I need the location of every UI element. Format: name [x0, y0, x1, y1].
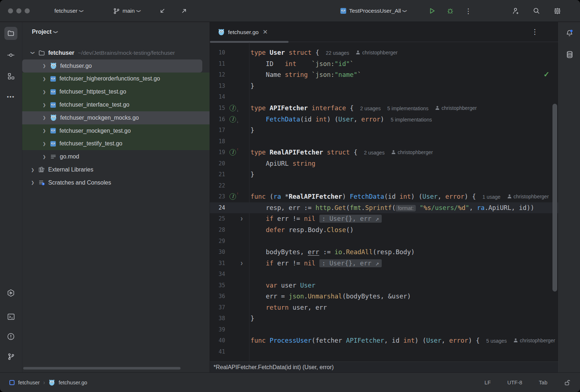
- vcs-branch-widget[interactable]: main ❯: [113, 0, 140, 22]
- gutter[interactable]: [225, 58, 249, 70]
- breadcrumb-file[interactable]: fetchuser.go: [59, 380, 87, 385]
- code-line-14[interactable]: 14: [210, 91, 558, 103]
- gutter[interactable]: [225, 125, 249, 136]
- project-tool-button[interactable]: [4, 27, 17, 40]
- minimize-button[interactable]: [16, 8, 21, 13]
- code-line-12[interactable]: 12 Name string `json:"name"`: [210, 69, 558, 81]
- gutter[interactable]: [225, 235, 249, 247]
- code-line-10[interactable]: 10type User struct {22 usageschristophbe…: [210, 47, 558, 58]
- tree-root-fetchuser[interactable]: ❯fetchuser~/dev/JetBrains/mock-testing/f…: [22, 46, 210, 59]
- project-widget[interactable]: fetchuser ❯: [54, 0, 83, 22]
- usages-inlay[interactable]: 22 usages: [326, 50, 349, 56]
- code-line-36[interactable]: 36 err = json.Unmarshal(bodyBytes, &user…: [210, 291, 558, 302]
- gutter[interactable]: ❯: [225, 213, 249, 224]
- database-tool-button[interactable]: [563, 48, 576, 61]
- gutter[interactable]: [225, 180, 249, 191]
- code-line-37[interactable]: 37 return user, err: [210, 302, 558, 313]
- tab-options-button[interactable]: ⋮: [531, 28, 538, 36]
- usages-inlay[interactable]: 1 usage: [482, 194, 501, 200]
- author-inlay[interactable]: christophberger: [356, 50, 397, 55]
- close-button[interactable]: [8, 8, 13, 13]
- implements-marker-icon[interactable]: I↑: [229, 193, 236, 200]
- tree-item-go.mod[interactable]: ❯go.mod: [22, 150, 210, 163]
- breadcrumb-project[interactable]: fetchuser: [18, 380, 40, 385]
- gutter[interactable]: [225, 313, 249, 324]
- code-line-35[interactable]: 35 var user User: [210, 280, 558, 291]
- vcs-tool-button[interactable]: [4, 350, 17, 363]
- gutter[interactable]: [225, 136, 249, 147]
- code-line-28[interactable]: 28 defer resp.Body.Close(): [210, 224, 558, 236]
- services-tool-button[interactable]: [4, 286, 17, 300]
- code-editor[interactable]: 10type User struct {22 usageschristophbe…: [210, 42, 558, 362]
- author-inlay[interactable]: christophberger: [391, 149, 433, 155]
- gutter[interactable]: [225, 269, 249, 280]
- usages-inlay[interactable]: 5 implementations: [387, 106, 428, 111]
- indent-widget[interactable]: Tab: [539, 380, 547, 385]
- gutter[interactable]: [225, 169, 249, 180]
- gutter[interactable]: [225, 158, 249, 169]
- code-line-16[interactable]: 16I↓ FetchData(id int) (User, error)5 im…: [210, 114, 558, 125]
- tree-item-fetchuser_httptest_test.go[interactable]: ❯fetchuser_httptest_test.go: [22, 85, 210, 98]
- implements-marker-icon[interactable]: I↑: [229, 149, 236, 156]
- code-line-22[interactable]: 22: [210, 180, 558, 191]
- structure-tool-button[interactable]: [4, 70, 17, 83]
- code-line-20[interactable]: 20 ApiURL string: [210, 158, 558, 169]
- code-line-38[interactable]: 38}: [210, 313, 558, 324]
- editor-vscrollbar[interactable]: [552, 104, 557, 292]
- code-line-25[interactable]: 25❯ if err != nil : User{}, err ↗: [210, 213, 558, 224]
- terminal-tool-button[interactable]: [4, 310, 17, 323]
- encoding-widget[interactable]: UTF-8: [508, 380, 522, 385]
- code-line-17[interactable]: 17}: [210, 125, 558, 136]
- gutter[interactable]: [225, 280, 249, 291]
- gutter[interactable]: [225, 47, 249, 58]
- code-line-23[interactable]: 23I↑func (ra *RealAPIFetcher) FetchData(…: [210, 191, 558, 202]
- gutter[interactable]: [225, 247, 249, 258]
- code-line-15[interactable]: 15I↓type APIFetcher interface {2 usages5…: [210, 103, 558, 114]
- gutter[interactable]: I↑: [225, 147, 249, 158]
- gutter[interactable]: [225, 335, 249, 346]
- code-line-13[interactable]: 13}: [210, 81, 558, 92]
- tree-item-fetchuser_testify_test.go[interactable]: ❯fetchuser_testify_test.go: [22, 137, 210, 150]
- project-panel-hscrollbar[interactable]: [23, 367, 181, 370]
- usages-inlay[interactable]: 5 usages: [486, 338, 507, 344]
- gutter[interactable]: [225, 91, 249, 103]
- code-line-24[interactable]: 24 resp, err := http.Get(fmt.Sprintf(for…: [210, 202, 558, 214]
- gutter[interactable]: [225, 224, 249, 236]
- author-inlay[interactable]: christophberger: [435, 105, 477, 111]
- code-line-21[interactable]: 21}: [210, 169, 558, 180]
- code-line-19[interactable]: 19I↑type RealAPIFetcher struct {2 usages…: [210, 147, 558, 158]
- more-tool-windows-button[interactable]: •••: [4, 90, 17, 103]
- code-line-39[interactable]: 39: [210, 324, 558, 335]
- author-inlay[interactable]: christophberger: [507, 194, 549, 199]
- gutter[interactable]: [225, 81, 249, 92]
- author-inlay[interactable]: christophberger: [513, 338, 555, 343]
- gutter[interactable]: [225, 346, 249, 358]
- run-configuration-widget[interactable]: TestProcessUser_All ❯: [340, 0, 406, 22]
- tree-item-scratches-and-consoles[interactable]: ❯Scratches and Consoles: [22, 176, 210, 189]
- zoom-button[interactable]: [25, 8, 30, 13]
- gutter[interactable]: I↓: [225, 114, 249, 125]
- usages-inlay[interactable]: 2 usages: [364, 150, 385, 156]
- fold-chevron-icon[interactable]: ❯: [240, 261, 243, 266]
- code-line-31[interactable]: 31❯ if err != nil : User{}, err ↗: [210, 257, 558, 269]
- commit-tool-button[interactable]: [4, 49, 17, 62]
- gutter[interactable]: [225, 202, 249, 214]
- fold-chevron-icon[interactable]: ❯: [240, 216, 243, 221]
- update-project-button[interactable]: [157, 5, 168, 17]
- tree-item-fetchuser_mockgen_test.go[interactable]: ❯fetchuser_mockgen_test.go: [22, 124, 210, 137]
- tree-item-fetchuser_higherorderfunctions_test.go[interactable]: ❯fetchuser_higherorderfunctions_test.go: [22, 73, 210, 86]
- code-line-30[interactable]: 30 bodyBytes, err := io.ReadAll(resp.Bod…: [210, 247, 558, 258]
- folded-code-region[interactable]: : User{}, err ↗: [319, 259, 382, 267]
- run-button[interactable]: [426, 5, 438, 17]
- close-icon[interactable]: ✕: [262, 28, 268, 36]
- implemented-marker-icon[interactable]: I↓: [229, 105, 236, 111]
- code-with-me-button[interactable]: [510, 5, 521, 17]
- more-actions-button[interactable]: ⋮: [463, 5, 474, 17]
- inspections-ok-icon[interactable]: ✓: [543, 70, 550, 79]
- search-everywhere-button[interactable]: [531, 5, 542, 17]
- push-button[interactable]: [178, 5, 190, 17]
- code-line-41[interactable]: 41: [210, 346, 558, 358]
- tab-fetchuser-go[interactable]: fetchuser.go ✕: [213, 22, 273, 42]
- gutter[interactable]: [225, 302, 249, 313]
- code-line-34[interactable]: 34: [210, 269, 558, 280]
